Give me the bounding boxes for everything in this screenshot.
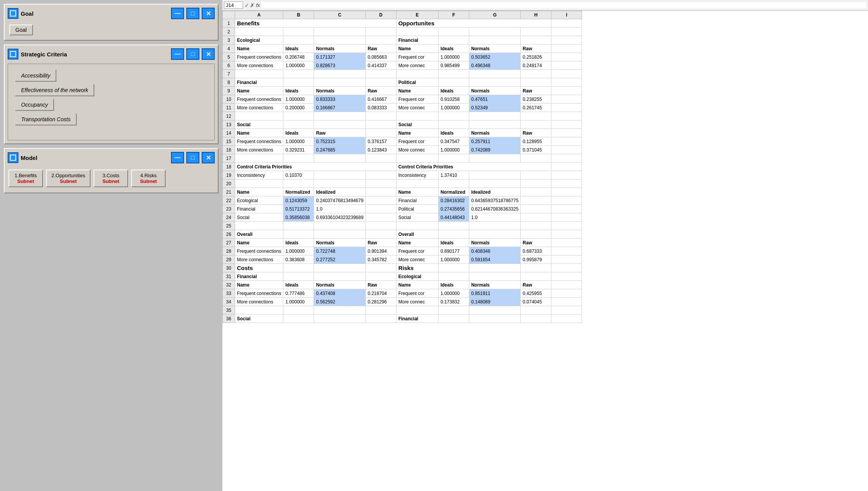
model-close-btn[interactable]: ✕: [202, 152, 215, 163]
data-cell[interactable]: [396, 112, 438, 120]
data-cell[interactable]: 0.247685: [314, 146, 365, 154]
row-header[interactable]: 11: [223, 104, 235, 112]
data-cell[interactable]: 0.074045: [521, 298, 551, 306]
criteria-effectiveness[interactable]: Effectiveness of the network: [15, 84, 94, 96]
data-cell[interactable]: [314, 272, 365, 281]
data-cell[interactable]: [521, 188, 551, 196]
data-cell[interactable]: More connec: [396, 104, 438, 112]
data-cell[interactable]: [235, 28, 283, 36]
formula-input[interactable]: [261, 2, 866, 8]
data-cell[interactable]: 1.000000: [283, 298, 314, 306]
cell-reference[interactable]: J14: [224, 2, 243, 9]
data-cell[interactable]: 1.000000: [438, 289, 469, 298]
data-cell[interactable]: Ecological: [235, 36, 283, 44]
subnet-costs[interactable]: 3.Costs Subnet: [94, 170, 128, 187]
data-cell[interactable]: [521, 264, 551, 272]
data-cell[interactable]: 0.123843: [365, 146, 396, 154]
data-cell[interactable]: More connec: [396, 298, 438, 306]
data-cell[interactable]: [365, 129, 396, 137]
data-cell[interactable]: Risks: [396, 264, 438, 272]
data-cell[interactable]: [469, 222, 520, 230]
data-cell[interactable]: [438, 264, 469, 272]
data-cell[interactable]: [283, 222, 314, 230]
data-cell[interactable]: [521, 78, 551, 87]
data-cell[interactable]: [314, 154, 365, 163]
row-header[interactable]: 13: [223, 120, 235, 129]
data-cell[interactable]: 1.0: [314, 205, 365, 213]
data-cell[interactable]: [365, 36, 396, 44]
data-cell[interactable]: [283, 70, 314, 78]
strategic-close-btn[interactable]: ✕: [202, 48, 215, 60]
data-cell[interactable]: [469, 70, 520, 78]
data-cell[interactable]: [469, 28, 520, 36]
data-cell[interactable]: [396, 306, 438, 315]
data-cell[interactable]: 0.416667: [365, 95, 396, 104]
row-header[interactable]: 4: [223, 44, 235, 53]
data-cell[interactable]: 0.251826: [521, 53, 551, 61]
data-cell[interactable]: [551, 112, 582, 120]
data-cell[interactable]: 1.000000: [283, 61, 314, 70]
data-cell[interactable]: [438, 230, 469, 239]
data-cell[interactable]: [438, 112, 469, 120]
data-cell[interactable]: 0.777486: [283, 289, 314, 298]
data-cell[interactable]: Raw: [365, 44, 396, 53]
data-cell[interactable]: [365, 180, 396, 188]
data-cell[interactable]: 0.24037476813494679: [314, 196, 365, 205]
data-cell[interactable]: [469, 264, 520, 272]
data-cell[interactable]: [551, 315, 582, 323]
data-cell[interactable]: [365, 78, 396, 87]
data-cell[interactable]: Name: [396, 129, 438, 137]
data-cell[interactable]: [314, 230, 365, 239]
row-header[interactable]: 26: [223, 230, 235, 239]
data-cell[interactable]: Financial: [396, 196, 438, 205]
data-cell[interactable]: Ideals: [283, 44, 314, 53]
data-cell[interactable]: [551, 205, 582, 213]
data-cell[interactable]: [438, 28, 469, 36]
data-cell[interactable]: Financial: [235, 272, 283, 281]
data-cell[interactable]: 0.347547: [438, 137, 469, 146]
data-cell[interactable]: 1.37410: [438, 171, 469, 180]
data-cell[interactable]: 0.408346: [469, 247, 520, 255]
data-cell[interactable]: 0.64365937518786775: [469, 196, 520, 205]
data-cell[interactable]: Name: [235, 129, 283, 137]
data-cell[interactable]: [283, 154, 314, 163]
data-cell[interactable]: [396, 180, 438, 188]
data-cell[interactable]: Opportunites: [396, 19, 551, 28]
data-cell[interactable]: 0.752315: [314, 137, 365, 146]
data-cell[interactable]: [365, 171, 396, 180]
data-cell[interactable]: Name: [396, 87, 438, 95]
data-cell[interactable]: Overall: [235, 230, 283, 239]
data-cell[interactable]: More connec: [396, 255, 438, 264]
data-cell[interactable]: [521, 154, 551, 163]
data-cell[interactable]: Social: [235, 213, 283, 222]
data-cell[interactable]: [551, 95, 582, 104]
data-cell[interactable]: 0.503652: [469, 53, 520, 61]
data-cell[interactable]: Financial: [396, 36, 438, 44]
data-cell[interactable]: Ideals: [438, 129, 469, 137]
data-cell[interactable]: [521, 70, 551, 78]
data-cell[interactable]: Ideals: [283, 87, 314, 95]
data-cell[interactable]: 1.000000: [283, 137, 314, 146]
row-header[interactable]: 32: [223, 281, 235, 289]
data-cell[interactable]: [469, 230, 520, 239]
data-cell[interactable]: Benefits: [235, 19, 396, 28]
data-cell[interactable]: Normals: [314, 44, 365, 53]
data-cell[interactable]: [551, 196, 582, 205]
data-cell[interactable]: [551, 306, 582, 315]
data-cell[interactable]: [235, 154, 283, 163]
data-cell[interactable]: [235, 70, 283, 78]
data-cell[interactable]: [551, 104, 582, 112]
data-cell[interactable]: Ecological: [235, 196, 283, 205]
data-cell[interactable]: Ideals: [438, 44, 469, 53]
data-cell[interactable]: Normals: [314, 281, 365, 289]
data-cell[interactable]: 0.257911: [469, 137, 520, 146]
data-cell[interactable]: [551, 188, 582, 196]
data-cell[interactable]: [521, 230, 551, 239]
data-cell[interactable]: [365, 306, 396, 315]
data-cell[interactable]: 0.329231: [283, 146, 314, 154]
data-cell[interactable]: [314, 120, 365, 129]
data-cell[interactable]: 0.425955: [521, 289, 551, 298]
data-cell[interactable]: 1.0: [469, 213, 520, 222]
data-cell[interactable]: 0.200000: [283, 104, 314, 112]
data-cell[interactable]: [551, 28, 582, 36]
